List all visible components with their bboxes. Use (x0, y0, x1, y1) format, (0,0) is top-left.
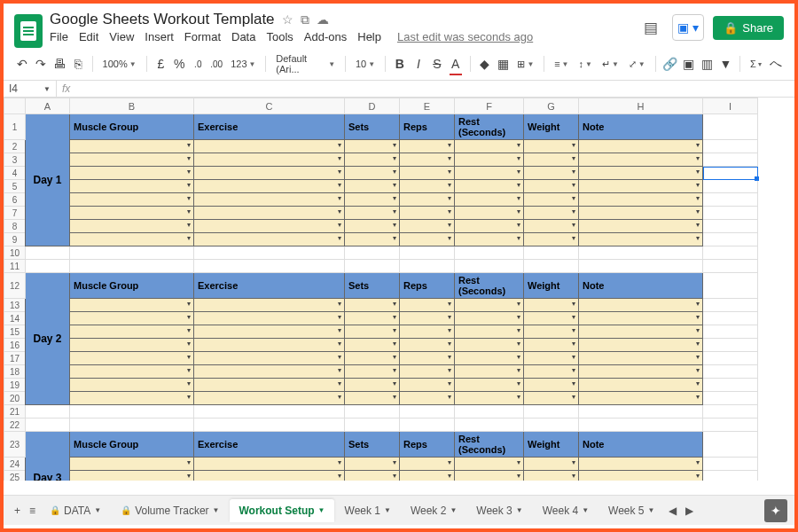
data-cell[interactable] (194, 153, 345, 167)
menu-file[interactable]: File (50, 30, 68, 43)
cell[interactable] (26, 419, 70, 432)
data-cell[interactable] (194, 365, 345, 379)
data-cell[interactable] (400, 392, 455, 405)
table-header-cell[interactable]: Sets (345, 273, 400, 299)
cell[interactable] (579, 260, 703, 273)
table-header-cell[interactable]: Sets (345, 114, 400, 140)
data-cell[interactable] (70, 193, 194, 207)
all-sheets-button[interactable]: ≡ (26, 499, 39, 522)
data-cell[interactable] (455, 220, 524, 233)
sheet-tab[interactable]: Week 1▼ (336, 499, 400, 522)
menu-insert[interactable]: Insert (145, 30, 174, 43)
data-cell[interactable] (455, 392, 524, 405)
table-header-cell[interactable]: Exercise (194, 273, 345, 299)
present-button[interactable]: ▣ ▾ (672, 14, 704, 41)
document-title[interactable]: Google Sheets Workout Template (50, 11, 275, 28)
data-cell[interactable] (579, 299, 703, 312)
cell[interactable] (194, 405, 345, 419)
data-cell[interactable] (70, 352, 194, 365)
row-header[interactable]: 4 (4, 167, 26, 180)
table-header-cell[interactable]: Sets (345, 432, 400, 458)
data-cell[interactable] (70, 233, 194, 246)
cell[interactable] (70, 246, 194, 260)
link-icon[interactable]: 🔗 (662, 54, 678, 74)
cell[interactable] (703, 312, 758, 325)
data-cell[interactable] (345, 339, 400, 352)
row-header[interactable]: 6 (4, 193, 26, 207)
expand-toolbar-icon[interactable]: へ (768, 54, 784, 74)
data-cell[interactable] (524, 153, 579, 167)
data-cell[interactable] (579, 471, 703, 481)
data-cell[interactable] (400, 471, 455, 481)
row-header[interactable]: 5 (4, 180, 26, 193)
cell[interactable] (194, 260, 345, 273)
data-cell[interactable] (70, 312, 194, 325)
data-cell[interactable] (579, 352, 703, 365)
star-icon[interactable]: ☆ (282, 12, 293, 27)
data-cell[interactable] (524, 379, 579, 392)
fill-color-icon[interactable]: ◆ (477, 54, 493, 74)
row-header[interactable]: 15 (4, 325, 26, 339)
data-cell[interactable] (400, 352, 455, 365)
data-cell[interactable] (194, 392, 345, 405)
data-cell[interactable] (579, 365, 703, 379)
formula-bar[interactable]: fx (57, 81, 794, 97)
paint-format-icon[interactable]: ⎘ (70, 54, 86, 74)
cell[interactable] (345, 419, 400, 432)
row-header[interactable]: 17 (4, 352, 26, 365)
data-cell[interactable] (400, 193, 455, 207)
menu-tools[interactable]: Tools (266, 30, 293, 43)
v-align-icon[interactable]: ↕▼ (575, 59, 595, 69)
cell[interactable] (703, 180, 758, 193)
bold-icon[interactable]: B (392, 54, 408, 74)
table-header-cell[interactable]: Muscle Group (70, 114, 194, 140)
data-cell[interactable] (400, 233, 455, 246)
data-cell[interactable] (70, 220, 194, 233)
cell[interactable] (345, 260, 400, 273)
data-cell[interactable] (345, 392, 400, 405)
data-cell[interactable] (194, 207, 345, 220)
data-cell[interactable] (345, 193, 400, 207)
scroll-tabs-left[interactable]: ◀ (665, 499, 680, 522)
menu-edit[interactable]: Edit (79, 30, 98, 43)
table-header-cell[interactable]: Note (579, 432, 703, 458)
data-cell[interactable] (455, 365, 524, 379)
percent-icon[interactable]: % (171, 54, 187, 74)
col-header-I[interactable]: I (703, 98, 758, 114)
cell[interactable] (455, 246, 524, 260)
data-cell[interactable] (70, 458, 194, 471)
cell[interactable] (703, 392, 758, 405)
data-cell[interactable] (455, 167, 524, 180)
cell[interactable] (70, 405, 194, 419)
col-header-G[interactable]: G (524, 98, 579, 114)
table-header-cell[interactable]: Exercise (194, 114, 345, 140)
cell[interactable] (26, 260, 70, 273)
data-cell[interactable] (455, 312, 524, 325)
italic-icon[interactable]: I (411, 54, 426, 74)
data-cell[interactable] (455, 207, 524, 220)
data-cell[interactable] (524, 352, 579, 365)
cell[interactable] (70, 260, 194, 273)
data-cell[interactable] (579, 207, 703, 220)
col-header-H[interactable]: H (579, 98, 703, 114)
data-cell[interactable] (345, 471, 400, 481)
data-cell[interactable] (345, 379, 400, 392)
row-header[interactable]: 20 (4, 392, 26, 405)
sheet-grid-area[interactable]: ABCDEFGHI1Day 1Muscle GroupExerciseSetsR… (4, 98, 794, 481)
data-cell[interactable] (400, 207, 455, 220)
data-cell[interactable] (455, 193, 524, 207)
cell[interactable] (703, 207, 758, 220)
sheet-tab[interactable]: Week 5▼ (599, 499, 663, 522)
row-header[interactable]: 10 (4, 246, 26, 260)
data-cell[interactable] (70, 167, 194, 180)
table-header-cell[interactable]: Weight (524, 114, 579, 140)
cell[interactable] (703, 260, 758, 273)
data-cell[interactable] (194, 180, 345, 193)
cell[interactable] (703, 220, 758, 233)
table-header-cell[interactable]: Reps (400, 432, 455, 458)
cell[interactable] (400, 419, 455, 432)
data-cell[interactable] (455, 339, 524, 352)
wrap-icon[interactable]: ↵▼ (598, 59, 622, 70)
menu-add-ons[interactable]: Add-ons (304, 30, 347, 43)
cell[interactable] (455, 405, 524, 419)
